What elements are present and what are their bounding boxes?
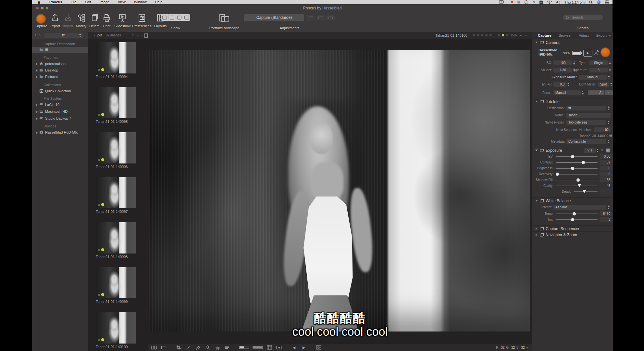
adjustment-mini-button-2[interactable] [316, 15, 325, 20]
metadata-field[interactable]: Contact Info [566, 139, 606, 144]
camera-section-header[interactable]: Camera [532, 39, 613, 46]
siri-icon[interactable] [597, 0, 601, 4]
expand-icon[interactable] [36, 69, 38, 72]
expand-icon[interactable] [536, 228, 537, 230]
name-field[interactable]: Tahan [566, 113, 611, 118]
type-field[interactable]: Single [589, 60, 608, 65]
light-meter-field[interactable]: Spot [598, 82, 609, 87]
main-photo[interactable] [149, 50, 530, 332]
thumbnail-item[interactable]: Tahan21-01-140096 [96, 132, 136, 169]
ev-slider[interactable] [556, 156, 598, 157]
color-label-icon[interactable] [498, 34, 500, 36]
detail-slider[interactable] [574, 191, 598, 192]
thumbnail-item[interactable]: Tahan21-01-140098 [96, 222, 136, 259]
tone-gradient-icon[interactable] [252, 344, 263, 350]
exposure-mode-field[interactable]: Manual [579, 75, 607, 80]
next-sequence-field[interactable]: 92 [594, 127, 611, 132]
expand-icon[interactable] [36, 63, 38, 65]
sidebar-item-quick-collection[interactable]: Quick Collection [32, 88, 88, 94]
slider-thumb[interactable] [583, 190, 586, 193]
menu-item-phocus[interactable]: Phocus [49, 0, 62, 4]
sidebar-item-studio-backup-7[interactable]: Studio Backup 7 [32, 115, 88, 121]
title-bar[interactable]: Phocus by Hasselblad [32, 4, 613, 12]
compare-view-icon[interactable] [150, 344, 157, 350]
wifi-icon[interactable] [547, 0, 552, 4]
zoom-in-icon[interactable]: + [524, 33, 528, 38]
navigator-zoom-section-header[interactable]: Navigator & Zoom [532, 231, 613, 238]
sidebar-item-pictures[interactable]: Pictures [32, 74, 88, 80]
slider-thumb[interactable] [573, 212, 576, 215]
straighten-icon[interactable] [185, 344, 192, 350]
panel-menu-icon[interactable]: ≡ [609, 33, 611, 38]
expand-icon[interactable] [36, 110, 38, 113]
accessibility-icon[interactable] [525, 0, 528, 4]
nav-forward-icon[interactable]: › [39, 33, 41, 37]
detail-slider-value[interactable] [600, 189, 612, 194]
path-stepper[interactable] [79, 33, 82, 38]
show-segmented-control[interactable] [161, 14, 190, 21]
rating-dot-icon[interactable] [481, 34, 483, 36]
expand-icon[interactable] [36, 117, 38, 120]
live-view-button[interactable]: ▶ [583, 50, 592, 57]
previous-image-icon[interactable]: ◀ [291, 345, 298, 350]
show-segment-1[interactable] [161, 14, 168, 21]
tint-slider[interactable] [556, 219, 598, 220]
focus-check-icon[interactable] [594, 50, 600, 56]
iso-field[interactable]: 100 [553, 60, 572, 65]
destination-field[interactable]: fff [566, 106, 606, 110]
single-view-icon[interactable] [160, 344, 167, 350]
thumbnail-item[interactable]: Tahan21-01-140100 [96, 312, 136, 349]
nav-back-icon[interactable]: ‹ [35, 33, 36, 37]
portrait-landscape-icon[interactable] [218, 14, 230, 24]
rating-dot-icon[interactable] [489, 34, 492, 36]
collapse-icon[interactable] [535, 150, 538, 151]
proof-view-icon[interactable] [276, 344, 283, 350]
job-info-section-header[interactable]: Job Info [532, 98, 613, 105]
focus-minus-button[interactable]: − [588, 90, 596, 95]
sidebar-item-fff[interactable]: fff [32, 47, 88, 53]
tab-capture[interactable]: Capture [538, 33, 551, 38]
slider-thumb[interactable] [578, 184, 581, 187]
wb-preset-stepper[interactable] [607, 205, 610, 210]
remote-capture-button[interactable] [601, 47, 610, 57]
screen-mirroring-icon[interactable] [499, 0, 504, 4]
rating-dot-icon[interactable] [477, 34, 479, 36]
exposure-version-field[interactable]: V 1 [584, 148, 596, 153]
rating-dot-icon[interactable] [485, 34, 488, 36]
clarity-slider-value[interactable]: 45 [600, 183, 612, 188]
collapse-icon[interactable] [535, 101, 538, 102]
temp-slider-value[interactable]: 6450 [600, 211, 612, 216]
recovery-slider[interactable] [556, 174, 598, 175]
tool-menu-icon[interactable] [224, 344, 231, 350]
color-label-green-icon[interactable] [502, 34, 504, 36]
thumbnail-image[interactable] [96, 132, 136, 163]
exposure-menu-icon[interactable]: ≡ [601, 148, 603, 152]
metadata-stepper[interactable] [607, 139, 610, 144]
screen-recording-icon[interactable] [508, 0, 513, 4]
thumbnail-image[interactable] [96, 177, 136, 208]
type-stepper[interactable] [609, 60, 612, 65]
focus-nudge-control[interactable]: − A + [588, 90, 613, 95]
adjustment-mini-button-1[interactable] [307, 15, 315, 20]
shadow-fill-slider-value[interactable]: 66 [600, 177, 612, 182]
control-center-icon[interactable] [605, 0, 609, 4]
sidebar-item-desktop[interactable]: Desktop [32, 67, 88, 73]
crop-icon[interactable] [175, 344, 182, 350]
tab-export[interactable]: Export [596, 33, 607, 38]
zoom-out-icon[interactable]: − [519, 33, 522, 38]
thumbnail-item[interactable]: Tahan21-01-140095 [96, 87, 136, 124]
color-label-icon[interactable] [506, 34, 508, 36]
contrast-slider-value[interactable]: 37 [600, 160, 612, 165]
sort-icon[interactable]: ≡ [132, 33, 134, 37]
thumbnail-image[interactable] [96, 267, 136, 298]
focus-af-button[interactable]: A [596, 90, 605, 95]
path-dropdown[interactable]: fff [44, 33, 83, 38]
menu-item-window[interactable]: Window [134, 0, 147, 4]
clear-filter-icon[interactable]: × [93, 33, 95, 37]
sidebar-item-hasselblad-h6d-50c[interactable]: Hasselblad H6D-50c [32, 129, 88, 135]
brightness-slider-value[interactable]: 0 [600, 166, 612, 171]
menu-item-view[interactable]: View [118, 0, 126, 4]
shutter-field[interactable]: 1/30 [553, 68, 572, 72]
pen-icon[interactable] [194, 344, 202, 350]
tab-adjust[interactable]: Adjust [579, 33, 589, 38]
